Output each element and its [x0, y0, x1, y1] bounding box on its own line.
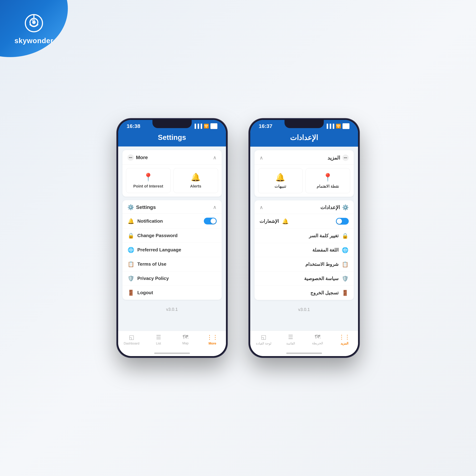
- nav-map-icon-right: 🗺: [315, 334, 320, 340]
- notification-toggle-right[interactable]: [336, 218, 349, 225]
- logout-left-right: تسجيل الخروج 🚪: [310, 290, 349, 296]
- alerts-card-right[interactable]: 🔔 تنبيهات: [258, 168, 303, 193]
- settings-section-title-right: الإعدادات ⚙️: [320, 204, 349, 210]
- gear-icon-right: ⚙️: [342, 204, 349, 210]
- change-password-left: 🔒 Change Password: [127, 233, 177, 239]
- notification-item[interactable]: 🔔 Notification: [123, 214, 222, 229]
- change-password-item-right[interactable]: تغيير كلمة السر 🔒: [254, 229, 354, 243]
- notification-icon: 🔔: [127, 218, 135, 224]
- more-section-title-left: ••• More: [127, 154, 148, 161]
- more-grid-right: 🔔 تنبيهات 📍 نقطة الاهتمام: [254, 165, 354, 197]
- nav-more-label: More: [209, 342, 216, 345]
- nav-list-icon: ☰: [156, 334, 161, 340]
- change-password-item[interactable]: 🔒 Change Password: [123, 229, 222, 243]
- logout-icon: 🚪: [127, 289, 135, 296]
- nav-more-icon-right: ⋮⋮: [339, 334, 350, 340]
- alerts-label: Alerts: [190, 184, 201, 188]
- nav-dashboard[interactable]: ◱ Dashboard: [118, 334, 145, 345]
- nav-dashboard-icon: ◱: [129, 334, 134, 340]
- more-section-left: ••• More ∧ 📍 Point of Interest 🔔: [123, 150, 222, 197]
- change-password-label: Change Password: [138, 233, 177, 238]
- gear-icon-left: ⚙️: [127, 204, 134, 210]
- settings-section-header-right[interactable]: ∧ الإعدادات ⚙️: [254, 200, 354, 214]
- more-section-right: ∧ المزيد ••• 🔔 تنبيهات: [254, 150, 354, 197]
- terms-icon: 📋: [127, 261, 135, 267]
- privacy-policy-item-right[interactable]: سياسة الخصوصية 🛡️: [254, 272, 354, 286]
- logout-item[interactable]: 🚪 Logout: [123, 286, 222, 300]
- nav-list[interactable]: ☰ List: [145, 334, 172, 345]
- privacy-label-right: سياسة الخصوصية: [304, 276, 338, 281]
- logout-label: Logout: [138, 290, 153, 295]
- nav-map-right[interactable]: 🗺 الخريطة: [304, 334, 331, 345]
- terms-icon-right: 📋: [342, 261, 349, 267]
- poi-card-right[interactable]: 📍 نقطة الاهتمام: [306, 168, 350, 193]
- nav-more-right[interactable]: ⋮⋮ المزيد: [331, 334, 358, 345]
- notch-right: [284, 120, 324, 128]
- logout-item-right[interactable]: تسجيل الخروج 🚪: [254, 286, 354, 300]
- preferred-language-item-right[interactable]: اللغة المفضلة 🌐: [254, 243, 354, 257]
- nav-list-right[interactable]: ☰ القائمة: [277, 334, 304, 345]
- scroll-area-right[interactable]: ∧ المزيد ••• 🔔 تنبيهات: [250, 147, 358, 331]
- status-icons-left: ▐▐▐ 🛜 27: [193, 123, 217, 129]
- phone-left-inner: 16:38 ▐▐▐ 🛜 27 Settings: [118, 120, 226, 356]
- version-right: v3.0.1: [254, 304, 354, 316]
- more-section-header-left[interactable]: ••• More ∧: [123, 150, 222, 165]
- app-header-left: Settings: [118, 131, 226, 147]
- nav-dashboard-icon-right: ◱: [261, 334, 266, 340]
- settings-chevron-right[interactable]: ∧: [260, 204, 263, 210]
- notification-label-right: الإشعارات: [260, 219, 279, 224]
- nav-list-icon-right: ☰: [288, 334, 293, 340]
- version-left: v3.0.1: [123, 303, 222, 315]
- preferred-language-icon: 🌐: [127, 247, 135, 253]
- privacy-icon-right: 🛡️: [342, 275, 349, 282]
- settings-section-right: ∧ الإعدادات ⚙️ الإشعارات 🔔: [254, 200, 354, 300]
- nav-map-icon: 🗺: [183, 334, 188, 340]
- more-section-title-right: المزيد •••: [328, 154, 349, 161]
- signal-icon: ▐▐▐: [193, 124, 202, 129]
- page-title-left: Settings: [125, 134, 219, 141]
- poi-icon-right: 📍: [323, 173, 333, 182]
- terms-of-use-item[interactable]: 📋 Terms of Use: [123, 257, 222, 271]
- nav-map-label-right: الخريطة: [312, 341, 323, 345]
- notification-item-right[interactable]: الإشعارات 🔔: [254, 214, 354, 229]
- privacy-policy-left: 🛡️ Privacy Policy: [127, 275, 169, 282]
- scroll-area-left[interactable]: ••• More ∧ 📍 Point of Interest 🔔: [118, 147, 226, 331]
- nav-list-label-right: القائمة: [286, 341, 295, 345]
- app-header-right: الإعدادات: [250, 131, 358, 147]
- poi-card[interactable]: 📍 Point of Interest: [126, 168, 171, 193]
- home-indicator-left: [118, 350, 226, 356]
- preferred-language-left: 🌐 Preferred Language: [127, 247, 181, 253]
- home-indicator-right: [250, 350, 358, 356]
- signal-icon-right: ▐▐▐: [325, 124, 334, 129]
- phones-container: 16:38 ▐▐▐ 🛜 27 Settings: [117, 119, 359, 357]
- more-chevron-right[interactable]: ∧: [260, 155, 263, 161]
- more-chevron-left[interactable]: ∧: [213, 155, 217, 161]
- nav-map[interactable]: 🗺 Map: [172, 334, 199, 345]
- home-bar-left: [154, 353, 190, 354]
- notch-left: [152, 120, 192, 128]
- nav-more-icon: ⋮⋮: [207, 334, 218, 340]
- more-section-header-right[interactable]: ∧ المزيد •••: [254, 150, 354, 165]
- nav-map-label: Map: [182, 341, 189, 345]
- nav-dashboard-label: Dashboard: [124, 342, 139, 345]
- alerts-card[interactable]: 🔔 Alerts: [174, 168, 218, 193]
- settings-section-header-left[interactable]: ⚙️ Settings ∧: [123, 200, 222, 214]
- notification-label: Notification: [138, 218, 163, 224]
- more-dots-icon-right: •••: [342, 154, 349, 161]
- more-grid-left: 📍 Point of Interest 🔔 Alerts: [123, 165, 222, 197]
- notification-toggle[interactable]: [204, 218, 217, 224]
- preferred-language-item[interactable]: 🌐 Preferred Language: [123, 243, 222, 257]
- change-password-label-right: تغيير كلمة السر: [309, 233, 338, 238]
- status-time-right: 16:37: [259, 123, 273, 129]
- settings-chevron-left[interactable]: ∧: [213, 204, 217, 210]
- privacy-policy-item[interactable]: 🛡️ Privacy Policy: [123, 271, 222, 286]
- settings-section-left: ⚙️ Settings ∧ 🔔 Notification: [123, 200, 222, 300]
- poi-label-right: نقطة الاهتمام: [317, 184, 339, 189]
- nav-more[interactable]: ⋮⋮ More: [199, 334, 226, 345]
- nav-dashboard-right[interactable]: ◱ لوحة القيادة: [250, 334, 277, 345]
- privacy-icon: 🛡️: [127, 275, 135, 282]
- preferred-language-left-right: اللغة المفضلة 🌐: [312, 247, 349, 253]
- notification-icon-right: 🔔: [282, 218, 289, 224]
- nav-dashboard-label-right: لوحة القيادة: [256, 341, 271, 345]
- terms-of-use-item-right[interactable]: شروط الاستخدام 📋: [254, 257, 354, 272]
